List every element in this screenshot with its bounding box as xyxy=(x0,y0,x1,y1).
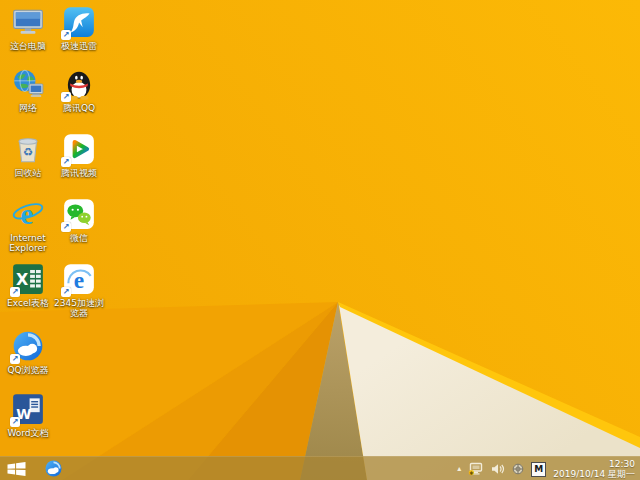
start-button[interactable] xyxy=(0,457,32,480)
ime-indicator[interactable]: M xyxy=(531,462,546,477)
excel-icon: X ↗ xyxy=(11,262,45,296)
desktop-icon-internet-explorer[interactable]: e Internet Explorer xyxy=(2,197,54,253)
tencent-video-icon: ↗ xyxy=(62,132,96,166)
xunlei-icon: ↗ xyxy=(62,5,96,39)
volume-icon[interactable] xyxy=(491,463,505,475)
icon-label: 腾讯QQ xyxy=(63,103,95,113)
desktop-icon-this-pc[interactable]: 这台电脑 xyxy=(2,5,54,51)
shortcut-arrow-icon: ↗ xyxy=(61,30,71,40)
svg-text:e: e xyxy=(74,267,84,293)
icon-label: QQ浏览器 xyxy=(7,365,48,375)
desktop-icon-xunlei[interactable]: ↗ 极速迅雷 xyxy=(50,5,108,51)
desktop-icon-wechat[interactable]: ↗ 微信 xyxy=(50,197,108,243)
shortcut-arrow-icon: ↗ xyxy=(61,157,71,167)
shortcut-arrow-icon: ↗ xyxy=(10,354,20,364)
shortcut-arrow-icon: ↗ xyxy=(61,287,71,297)
desktop-icon-tencent-video[interactable]: ↗ 腾讯视频 xyxy=(50,132,108,178)
this-pc-icon xyxy=(11,5,45,39)
icon-label: 网络 xyxy=(19,103,37,113)
desktop: 这台电脑 ↗ 极速迅雷 网络 ↗ 腾讯QQ ♻ 回收站 ↗ xyxy=(0,0,640,480)
tray-utility-icon[interactable] xyxy=(512,463,524,475)
network-status-icon[interactable]: ✱ xyxy=(468,462,484,476)
icon-label: 回收站 xyxy=(15,168,42,178)
2345-browser-icon: e ↗ xyxy=(62,262,96,296)
taskbar: ▴ ✱ M 12:30 2019/10/14 星期一 xyxy=(0,456,640,480)
wechat-icon: ↗ xyxy=(62,197,96,231)
shortcut-arrow-icon: ↗ xyxy=(10,417,20,427)
svg-text:♻: ♻ xyxy=(23,145,33,159)
icon-label: 腾讯视频 xyxy=(61,168,97,178)
system-tray: ▴ ✱ M 12:30 2019/10/14 星期一 xyxy=(457,457,635,480)
desktop-icon-2345-browser[interactable]: e ↗ 2345加速浏览器 xyxy=(50,262,108,318)
icon-label: 这台电脑 xyxy=(10,41,46,51)
icon-label: 2345加速浏览器 xyxy=(50,298,108,318)
tray-date: 2019/10/14 星期一 xyxy=(553,469,635,479)
windows-logo-icon xyxy=(7,462,26,476)
desktop-icon-tencent-qq[interactable]: ↗ 腾讯QQ xyxy=(50,67,108,113)
icon-label: 微信 xyxy=(70,233,88,243)
desktop-icon-word[interactable]: W ↗ Word文档 xyxy=(2,392,54,438)
icon-label: Excel表格 xyxy=(7,298,49,308)
show-hidden-icons-chevron[interactable]: ▴ xyxy=(457,465,461,473)
icon-label: Word文档 xyxy=(7,428,48,438)
desktop-icon-recycle-bin[interactable]: ♻ 回收站 xyxy=(2,132,54,178)
shortcut-arrow-icon: ↗ xyxy=(10,287,20,297)
qq-browser-icon xyxy=(44,459,63,478)
tray-clock[interactable]: 12:30 2019/10/14 星期一 xyxy=(553,459,635,479)
shortcut-arrow-icon: ↗ xyxy=(61,222,71,232)
word-icon: W ↗ xyxy=(11,392,45,426)
recycle-bin-icon: ♻ xyxy=(11,132,45,166)
tray-time: 12:30 xyxy=(553,459,635,469)
desktop-icon-excel[interactable]: X ↗ Excel表格 xyxy=(2,262,54,308)
svg-text:✱: ✱ xyxy=(470,470,474,476)
qq-browser-icon: ↗ xyxy=(11,329,45,363)
network-icon xyxy=(11,67,45,101)
icon-label: 极速迅雷 xyxy=(61,41,97,51)
desktop-icon-qq-browser[interactable]: ↗ QQ浏览器 xyxy=(2,329,54,375)
shortcut-arrow-icon: ↗ xyxy=(61,92,71,102)
internet-explorer-icon: e xyxy=(11,197,45,231)
desktop-icon-network[interactable]: 网络 xyxy=(2,67,54,113)
svg-text:e: e xyxy=(21,198,34,230)
taskbar-qq-browser-button[interactable] xyxy=(38,457,68,480)
icon-label: Internet Explorer xyxy=(2,233,54,253)
qq-penguin-icon: ↗ xyxy=(62,67,96,101)
